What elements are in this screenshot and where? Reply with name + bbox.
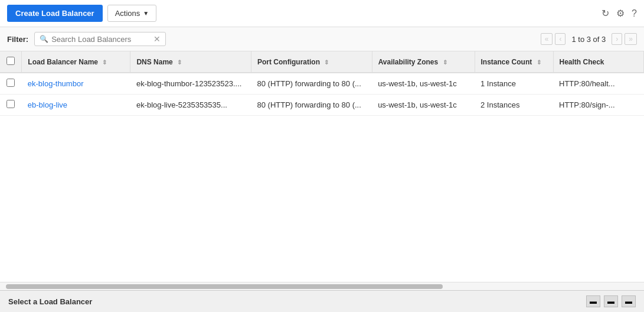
refresh-icon[interactable]: ↻	[601, 8, 609, 19]
table-header-row: Load Balancer Name ⇕ DNS Name ⇕ Port Con…	[0, 51, 644, 73]
scrollbar-area	[0, 282, 644, 290]
sort-icon: ⇕	[177, 59, 182, 66]
row-instance-count: 2 Instances	[475, 95, 553, 116]
row-checkbox-cell	[0, 95, 22, 116]
select-lb-label: Select a Load Balancer	[8, 297, 92, 306]
bottom-icon-1[interactable]: ▬	[586, 295, 600, 307]
row-instance-count: 1 Instance	[475, 73, 553, 95]
horizontal-scrollbar[interactable]	[6, 284, 443, 289]
filter-bar: Filter: 🔍 ✕ « ‹ 1 to 3 of 3 › »	[0, 27, 644, 51]
chevron-down-icon: ▼	[143, 10, 149, 17]
bottom-icon-2[interactable]: ▬	[604, 295, 618, 307]
pagination-info: 1 to 3 of 3	[568, 35, 609, 44]
row-dns-name: ek-blog-thumbor-123523523....	[130, 73, 251, 95]
row-checkbox-cell	[0, 73, 22, 95]
lb-name-link[interactable]: eb-blog-live	[28, 100, 67, 109]
toolbar: Create Load Balancer Actions ▼ ↻ ⚙ ?	[0, 0, 644, 27]
row-checkbox[interactable]	[6, 100, 15, 108]
bottom-icons: ▬ ▬ ▬	[586, 295, 636, 307]
actions-label: Actions	[115, 9, 140, 18]
search-input[interactable]	[51, 35, 151, 44]
clear-icon[interactable]: ✕	[153, 34, 161, 44]
filter-label: Filter:	[7, 35, 28, 44]
scrollbar-thumb[interactable]	[6, 284, 443, 289]
help-icon[interactable]: ?	[632, 8, 637, 19]
pagination-first-button[interactable]: «	[541, 33, 553, 45]
pagination-last-button[interactable]: »	[625, 33, 637, 45]
bottom-icon-3[interactable]: ▬	[622, 295, 636, 307]
table-row: ek-blog-thumbor ek-blog-thumbor-12352352…	[0, 73, 644, 95]
table-body: ek-blog-thumbor ek-blog-thumbor-12352352…	[0, 73, 644, 116]
sort-icon: ⇕	[537, 59, 541, 66]
sort-icon: ⇕	[324, 59, 329, 66]
row-lb-name: eb-blog-live	[22, 95, 130, 116]
column-header-checkbox	[0, 51, 22, 73]
pagination-next-button[interactable]: ›	[612, 33, 622, 45]
actions-button[interactable]: Actions ▼	[107, 5, 157, 22]
bottom-bar: Select a Load Balancer ▬ ▬ ▬	[0, 290, 644, 312]
table-container: Load Balancer Name ⇕ DNS Name ⇕ Port Con…	[0, 51, 644, 282]
gear-icon[interactable]: ⚙	[616, 8, 625, 19]
column-header-lb-name[interactable]: Load Balancer Name ⇕	[22, 51, 130, 73]
row-lb-name: ek-blog-thumbor	[22, 73, 130, 95]
column-header-dns-name[interactable]: DNS Name ⇕	[130, 51, 251, 73]
row-port-config: 80 (HTTP) forwarding to 80 (...	[251, 73, 372, 95]
table-row: eb-blog-live ek-blog-live-5235353535... …	[0, 95, 644, 116]
column-header-instance-count[interactable]: Instance Count ⇕	[475, 51, 553, 73]
column-header-availability-zones[interactable]: Availability Zones ⇕	[372, 51, 475, 73]
sort-icon: ⇕	[443, 59, 447, 66]
row-availability-zones: us-west-1b, us-west-1c	[372, 95, 475, 116]
row-health-check: HTTP:80/sign-...	[553, 95, 643, 116]
row-checkbox[interactable]	[6, 79, 15, 87]
column-header-health-check[interactable]: Health Check	[553, 51, 643, 73]
row-health-check: HTTP:80/healt...	[553, 73, 643, 95]
pagination: « ‹ 1 to 3 of 3 › »	[541, 33, 637, 45]
row-dns-name: ek-blog-live-5235353535...	[130, 95, 251, 116]
create-load-balancer-button[interactable]: Create Load Balancer	[7, 5, 103, 22]
search-wrapper: 🔍 ✕	[34, 32, 166, 46]
toolbar-right: ↻ ⚙ ?	[601, 8, 637, 19]
load-balancer-table: Load Balancer Name ⇕ DNS Name ⇕ Port Con…	[0, 51, 644, 116]
search-icon: 🔍	[40, 35, 48, 43]
app-container: Create Load Balancer Actions ▼ ↻ ⚙ ? Fil…	[0, 0, 644, 312]
row-availability-zones: us-west-1b, us-west-1c	[372, 73, 475, 95]
row-port-config: 80 (HTTP) forwarding to 80 (...	[251, 95, 372, 116]
select-all-checkbox[interactable]	[6, 57, 15, 65]
sort-icon: ⇕	[102, 59, 107, 66]
column-header-port-config[interactable]: Port Configuration ⇕	[251, 51, 372, 73]
lb-name-link[interactable]: ek-blog-thumbor	[28, 79, 84, 88]
pagination-prev-button[interactable]: ‹	[555, 33, 565, 45]
